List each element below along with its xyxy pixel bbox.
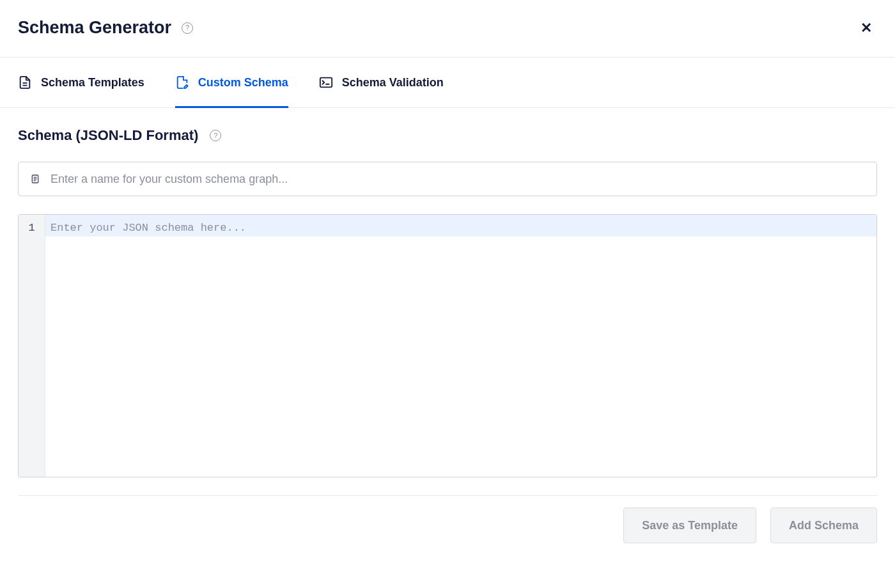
line-number: 1 [19, 220, 45, 236]
file-edit-icon [175, 75, 189, 89]
help-icon[interactable]: ? [210, 130, 221, 141]
section-title: Schema (JSON-LD Format) [18, 127, 198, 144]
json-editor: 1 Enter your JSON schema here... [18, 214, 877, 477]
tab-schema-templates[interactable]: Schema Templates [18, 58, 144, 108]
svg-rect-2 [320, 78, 332, 88]
modal-body: Schema (JSON-LD Format) ? 1 Enter your J… [0, 108, 895, 588]
tab-schema-validation[interactable]: Schema Validation [319, 58, 444, 108]
header-left: Schema Generator ? [18, 18, 193, 38]
page-title: Schema Generator [18, 18, 171, 38]
tab-label: Schema Validation [342, 76, 444, 89]
editor-code-area[interactable]: Enter your JSON schema here... [45, 215, 876, 477]
schema-name-field-wrap[interactable] [18, 162, 877, 196]
editor-gutter: 1 [19, 215, 45, 477]
clipboard-icon [30, 174, 40, 184]
close-icon[interactable]: ✕ [855, 19, 877, 38]
file-icon [18, 75, 32, 89]
modal-footer: Save as Template Add Schema [18, 495, 877, 559]
schema-generator-modal: Schema Generator ? ✕ Schema Templates [0, 0, 895, 588]
tab-label: Schema Templates [41, 76, 144, 89]
schema-name-input[interactable] [51, 173, 865, 186]
section-title-row: Schema (JSON-LD Format) ? [18, 127, 877, 144]
add-schema-button[interactable]: Add Schema [770, 507, 877, 543]
modal-header: Schema Generator ? ✕ [0, 0, 895, 58]
help-icon[interactable]: ? [182, 22, 193, 34]
tab-custom-schema[interactable]: Custom Schema [175, 58, 288, 108]
terminal-icon [319, 75, 333, 89]
save-as-template-button[interactable]: Save as Template [623, 507, 756, 543]
tab-label: Custom Schema [198, 76, 288, 89]
json-schema-textarea[interactable] [45, 215, 876, 477]
tabs: Schema Templates Custom Schema [0, 58, 895, 108]
